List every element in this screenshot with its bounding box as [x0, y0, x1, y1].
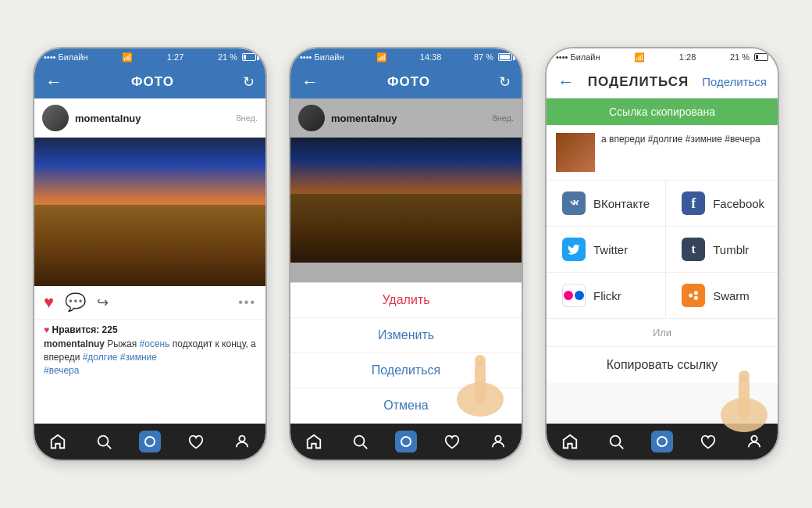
likes-heart-1: ♥	[44, 324, 49, 335]
bottom-nav-1	[34, 424, 265, 460]
post-username-1[interactable]: momentalnuy	[75, 113, 141, 124]
nav-profile-2[interactable]	[483, 426, 514, 457]
fb-icon: f	[682, 191, 705, 215]
share-preview-text: а впереди #долгие #зимние #вечера	[601, 133, 760, 146]
tumblr-label: Tumblr	[713, 243, 749, 256]
svg-point-3	[354, 436, 364, 446]
phone1: •••• Билайн 📶 1:27 21 % ← ФОТО ↻ mo	[33, 47, 267, 461]
refresh-button-1[interactable]: ↻	[243, 73, 255, 91]
like-button-1[interactable]: ♥	[44, 292, 54, 313]
more-button-1[interactable]: •••	[238, 295, 256, 309]
wifi-icon-1: 📶	[122, 52, 133, 63]
flickr-label: Flickr	[593, 289, 621, 302]
svg-point-9	[689, 294, 693, 298]
nav-title-2: ФОТО	[387, 74, 430, 90]
share-option-vk[interactable]: ВКонтакте	[547, 181, 666, 227]
nav-camera-circle-3	[651, 431, 673, 453]
share-option-fb[interactable]: f Facebook	[666, 181, 778, 227]
share-button-1[interactable]: ↪	[97, 294, 109, 311]
svg-point-0	[98, 436, 108, 446]
flickr-dot-pink	[564, 291, 573, 300]
phone2-wrapper: •••• Билайн 📶 14:38 87 % ← ФОТО ↻ moment…	[289, 47, 523, 461]
nav-camera-1[interactable]	[134, 426, 166, 457]
post-text-area-1: ♥ Нравится: 225 momentalnuy Рыжая #осень…	[34, 320, 265, 424]
svg-point-12	[610, 436, 620, 446]
caption-text-1: Рыжая	[107, 338, 139, 349]
nav-home-1[interactable]	[42, 426, 73, 457]
time-1: 1:27	[167, 52, 183, 62]
refresh-button-2[interactable]: ↻	[499, 73, 511, 91]
nav-heart-2[interactable]	[436, 426, 468, 457]
post-time-1: 8нед.	[236, 113, 258, 123]
share-thumb	[556, 133, 595, 172]
svg-line-1	[107, 445, 111, 449]
carrier-2: •••• Билайн	[300, 52, 344, 62]
battery-icon-3	[754, 53, 768, 61]
svg-point-8	[475, 355, 486, 366]
svg-rect-16	[739, 376, 750, 419]
time-2: 14:38	[420, 52, 442, 62]
bottom-nav-2	[290, 424, 522, 460]
finger-pointer-3	[717, 364, 771, 438]
nav-camera-2[interactable]	[390, 426, 422, 457]
flickr-icon	[562, 284, 586, 307]
share-option-flickr[interactable]: Flickr	[547, 273, 666, 319]
nav-profile-1[interactable]	[226, 426, 258, 457]
twitter-label: Twitter	[593, 243, 628, 256]
status-right-1: 21 %	[218, 52, 256, 62]
top-nav-1: ← ФОТО ↻	[34, 66, 265, 98]
carrier-1: •••• Билайн	[44, 52, 88, 62]
status-bar-1: •••• Билайн 📶 1:27 21 %	[34, 48, 265, 66]
avatar-1	[42, 105, 69, 131]
nav-share-link-3[interactable]: Поделиться	[702, 75, 767, 88]
svg-point-5	[496, 436, 501, 442]
vk-icon	[562, 191, 586, 215]
back-button-1[interactable]: ←	[45, 72, 62, 92]
svg-point-2	[240, 436, 245, 442]
share-option-swarm[interactable]: Swarm	[666, 273, 778, 319]
nav-camera-circle-1	[139, 431, 161, 453]
share-divider: Или	[547, 319, 778, 347]
nav-search-3[interactable]	[600, 426, 632, 457]
tumblr-icon-letter: t	[692, 242, 696, 256]
post-caption-1: momentalnuy Рыжая #осень подходит к конц…	[44, 338, 256, 377]
fb-icon-letter: f	[691, 195, 696, 212]
nav-heart-1[interactable]	[180, 426, 212, 457]
phone3-wrapper: •••• Билайн 📶 1:28 21 % ← ПОДЕЛИТЬСЯ Под…	[545, 47, 779, 461]
post-actions-1: ♥ 💬 ↪ •••	[34, 286, 265, 320]
share-preview: а впереди #долгие #зимние #вечера	[547, 125, 778, 181]
status-right-3: 21 %	[730, 52, 768, 62]
svg-rect-7	[475, 360, 486, 403]
nav-search-2[interactable]	[344, 426, 376, 457]
caption-hashtag-evenings: #вечера	[44, 365, 79, 376]
vk-label: ВКонтакте	[593, 197, 650, 210]
finger-pointer-2	[453, 349, 508, 422]
back-button-2[interactable]: ←	[301, 72, 319, 92]
nav-camera-3[interactable]	[646, 426, 678, 457]
time-3: 1:28	[679, 52, 696, 62]
nav-home-2[interactable]	[298, 426, 329, 457]
carrier-3: •••• Билайн	[556, 52, 600, 62]
share-option-tumblr[interactable]: t Tumblr	[666, 227, 778, 273]
action-delete[interactable]: Удалить	[290, 283, 522, 318]
nav-title-3: ПОДЕЛИТЬСЯ	[588, 74, 689, 90]
battery-pct-3: 21 %	[730, 52, 750, 62]
comment-button-1[interactable]: 💬	[65, 292, 86, 313]
status-bar-2: •••• Билайн 📶 14:38 87 %	[290, 48, 522, 66]
battery-pct-1: 21 %	[218, 52, 237, 62]
battery-icon-2	[498, 53, 512, 61]
caption-hashtag-winter: #зимние	[120, 352, 157, 363]
phone1-wrapper: •••• Билайн 📶 1:27 21 % ← ФОТО ↻ mo	[33, 47, 267, 461]
twitter-icon	[562, 238, 586, 261]
svg-point-10	[694, 291, 698, 295]
back-button-3[interactable]: ←	[557, 72, 575, 92]
wifi-icon-3: 📶	[634, 52, 645, 63]
share-option-twitter[interactable]: Twitter	[547, 227, 666, 273]
nav-home-3[interactable]	[554, 426, 586, 457]
battery-pct-2: 87 %	[474, 52, 493, 62]
content-1: momentalnuy 8нед. ♥ 💬 ↪ ••• ♥ Нравитс	[34, 98, 265, 424]
top-nav-2: ← ФОТО ↻	[290, 66, 522, 98]
post-photo-1	[34, 138, 265, 286]
svg-line-13	[619, 445, 623, 449]
nav-search-1[interactable]	[88, 426, 119, 457]
